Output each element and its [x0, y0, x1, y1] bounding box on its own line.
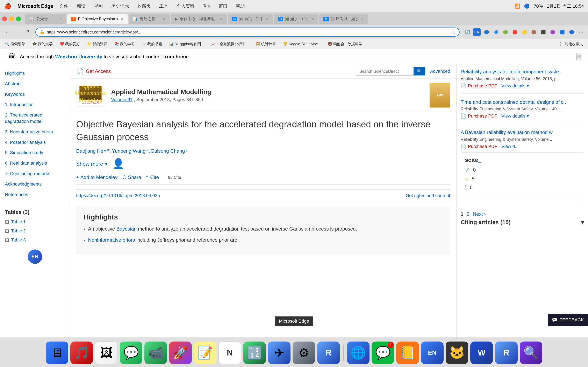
extension-icon6[interactable]: 🟡 [520, 28, 528, 36]
bookmark-books[interactable]: 📖 我的书籍 [139, 40, 165, 48]
extension-icon9[interactable]: 🟣 [549, 28, 556, 36]
menu-window[interactable]: 窗口 [218, 3, 228, 9]
menu-edit[interactable]: 编辑 [77, 3, 86, 9]
share-btn[interactable]: ⬡ Share [122, 175, 141, 180]
dock-en[interactable]: EN [421, 342, 444, 364]
dock-launchpad[interactable]: 🚀 [169, 342, 192, 364]
menu-history[interactable]: 历史记录 [111, 3, 129, 9]
tab-close-btn[interactable]: ✕ [59, 17, 62, 21]
forward-btn[interactable]: → [14, 28, 22, 36]
extension-icon3[interactable]: 🔷 [492, 28, 500, 36]
dock-sysprefs[interactable]: ⚙ [293, 342, 315, 364]
university-name[interactable]: Wenzhou University [55, 54, 102, 59]
bookmark-more[interactable]: 》 其他收藏夹 [557, 40, 586, 48]
feedback-btn[interactable]: 💬 FEEDBACK [548, 314, 588, 326]
tab-close-btn[interactable]: ✕ [266, 17, 269, 21]
volume-link[interactable]: Volume 61 [111, 97, 132, 102]
add-to-mendeley-btn[interactable]: + Add to Mendeley [76, 175, 117, 180]
extension-icon8[interactable]: ⬛ [539, 28, 547, 36]
tab-gongzhonghao[interactable]: 📰 公众号 ✕ [25, 14, 66, 24]
dock-notes[interactable]: 📝 [194, 342, 216, 364]
dock-finder[interactable]: 🖥 [46, 342, 68, 364]
table-item-3[interactable]: ⊞ Table 3 [0, 235, 70, 244]
search-input[interactable] [356, 67, 414, 75]
search-box[interactable]: 🔍 [356, 67, 425, 76]
purchase-pdf-btn-2[interactable]: 📄 Purchase PDF [461, 113, 497, 119]
sidebar-item-concluding[interactable]: 7. Concluding remarks [0, 168, 70, 179]
search-btn[interactable]: 🔍 [414, 67, 425, 75]
bookmark-stats[interactable]: 🧮 统计计算 [253, 40, 279, 48]
dock-music[interactable]: 🎵 [70, 342, 93, 364]
sidebar-item-abstract[interactable]: Abstract [0, 79, 70, 89]
get-access-btn[interactable]: 📄 Get Access [76, 68, 111, 75]
show-more-btn[interactable]: Show more ▾ 👤 [76, 158, 450, 169]
tab-bilibili[interactable]: ▶ 创作中心 - 哔哩哔哩... ✕ [171, 14, 227, 24]
cite-btn[interactable]: ❝ Cite [146, 175, 159, 180]
sidebar-item-priors[interactable]: 3. Noninformative priors [0, 127, 70, 137]
sidebar-item-highlights[interactable]: Highlights [0, 68, 70, 79]
address-text[interactable]: https://www.sciencedirect.com/science/ar… [47, 30, 450, 34]
dock-github[interactable]: 🐱 [446, 342, 468, 364]
menu-file[interactable]: 文件 [59, 3, 68, 9]
bookmark-search[interactable]: 🔍 搜索引擎 [2, 40, 28, 48]
tab-close-btn[interactable]: ✕ [361, 17, 364, 21]
menu-profile[interactable]: 个人资料 [177, 3, 195, 9]
rights-link[interactable]: Get rights and content [406, 193, 450, 198]
address-bar[interactable]: 🔒 https://www.sciencedirect.com/science/… [35, 27, 460, 37]
advanced-link[interactable]: Advanced [430, 69, 450, 74]
bayesian-link[interactable]: Bayesian [116, 226, 137, 232]
tab-close-btn[interactable]: ✕ [163, 17, 166, 21]
table-item-1[interactable]: ⊞ Table 1 [0, 217, 70, 226]
purchase-pdf-btn-1[interactable]: 📄 Purchase PDF [461, 83, 497, 89]
doi-link[interactable]: https://doi.org/10.1016/j.apm.2018.04.02… [76, 193, 160, 198]
more-extensions-btn[interactable]: ⋯ [577, 28, 585, 36]
dock-photos[interactable]: 🖼 [95, 342, 118, 364]
view-details-btn-3[interactable]: View d... [502, 144, 519, 149]
close-window-btn[interactable] [2, 17, 7, 21]
sidebar-item-references[interactable]: References [0, 190, 70, 200]
bookmark-hobby[interactable]: ❤️ 我的爱好 [57, 40, 83, 48]
bluetooth-icon[interactable]: 🔵 [524, 3, 530, 9]
dock-wechat[interactable]: 💬 1 [372, 342, 394, 364]
sidebar-item-posterior[interactable]: 4. Posterior analysis [0, 137, 70, 148]
tab-zhihu2[interactable]: 知 知 知乎 - 知乎 ✕ [274, 14, 319, 24]
menu-bookmarks[interactable]: 收藏夹 [138, 3, 151, 9]
wifi-icon[interactable]: 📶 [514, 3, 520, 9]
dock-rstudio[interactable]: R [317, 342, 340, 364]
dock-word[interactable]: W [470, 342, 493, 364]
journal-name[interactable]: Applied Mathematical Modelling [111, 88, 211, 96]
table-item-2[interactable]: ⊞ Table 2 [0, 226, 70, 235]
dock-edge[interactable]: 🌐 [347, 342, 370, 364]
next-page-btn[interactable]: Next › [473, 211, 486, 217]
sidebar-item-acknowledgments[interactable]: Acknowledgments [0, 179, 70, 190]
dock-bear-notes[interactable]: 📒 [396, 342, 419, 364]
extension-icon11[interactable]: 🔵 [568, 28, 575, 36]
purchase-pdf-btn-3[interactable]: 📄 Purchase PDF [461, 144, 497, 149]
extension-icon4[interactable]: 🟢 [502, 28, 509, 36]
extension-icon2[interactable]: 🔵 [483, 28, 490, 36]
refresh-btn[interactable]: ↻ [25, 28, 33, 36]
bookmark-study[interactable]: 📚 我的学习 [112, 40, 138, 48]
elsevier-logo[interactable]: ELSEVIER [82, 100, 99, 105]
scite-logo[interactable]: scite_ [465, 157, 579, 163]
back-btn[interactable]: ← [3, 28, 11, 36]
dock-numbers[interactable]: 🔢 [243, 342, 266, 364]
author-2[interactable]: Yunpeng Wang [112, 148, 146, 154]
page-1-btn[interactable]: 1 [461, 211, 463, 217]
author-1[interactable]: Daojiang He [76, 148, 103, 154]
citing-articles-header[interactable]: Citing articles (15) ▾ [461, 219, 584, 226]
view-details-btn-2[interactable]: View details ▾ [502, 113, 529, 119]
tab-close-btn[interactable]: ✕ [311, 17, 314, 21]
dock-facetime[interactable]: 📹 [144, 342, 167, 364]
menu-bar[interactable]: 文件 编辑 视图 历史记录 收藏夹 工具 个人资料 Tab 窗口 帮助 [59, 3, 245, 9]
page-2-btn[interactable]: 2 [467, 211, 469, 217]
bookmark-kaggle[interactable]: 🏆 Kaggle: Your Mac... [280, 41, 324, 48]
tab-stats[interactable]: 📊 统计之都 ✕ [129, 14, 170, 24]
extension-icon[interactable]: 🔄 [464, 28, 471, 36]
dock-rstudio2[interactable]: R [495, 342, 518, 364]
sidebar-item-model[interactable]: 2. The accelerated degradation model [0, 110, 70, 127]
extension-icon10[interactable]: 🟦 [558, 28, 566, 36]
noninformative-link[interactable]: Noninformative priors [88, 237, 135, 243]
maximize-window-btn[interactable] [16, 17, 21, 21]
extension-icon5[interactable]: 🔴 [511, 28, 519, 36]
